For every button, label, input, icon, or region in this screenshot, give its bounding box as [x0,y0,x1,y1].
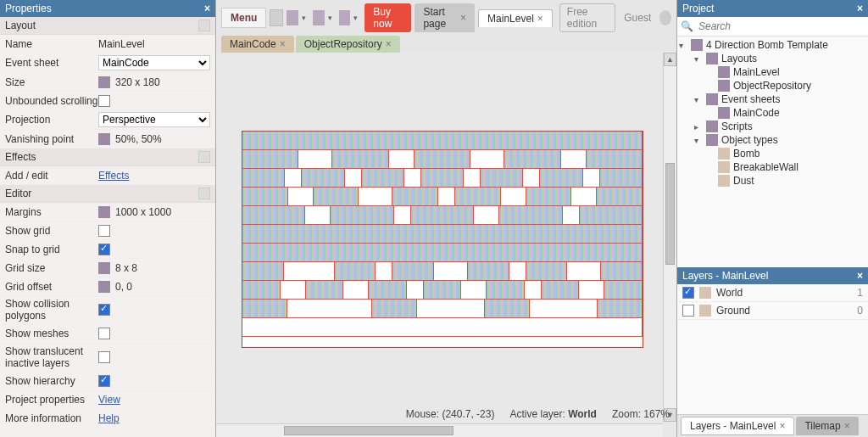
tree-objrepo[interactable]: ObjectRepository [677,79,868,92]
status-mouse-label: Mouse: [406,408,442,420]
prop-unbounded: Unbounded scrolling [0,92,215,110]
search-input[interactable] [697,19,865,34]
collapse-icon[interactable] [198,188,210,199]
tree-dust[interactable]: Dust [677,174,868,188]
effects-link[interactable]: Effects [98,170,129,182]
right-panels: Project × 🔍 ▾4 Direction Bomb Template ▾… [676,0,868,437]
prop-size: Size 320 x 180 [0,73,215,92]
top-toolbar: Menu ▾ ▾ ▾ Buy now Start page× MainLevel… [216,0,676,36]
section-editor[interactable]: Editor [0,185,215,203]
collapse-icon[interactable] [198,20,210,31]
horizontal-scrollbar[interactable] [216,423,663,437]
tab-layers[interactable]: Layers - MainLevel× [681,417,794,435]
hierarchy-checkbox[interactable] [98,375,110,387]
chevron-down-icon[interactable]: ▾ [694,54,703,64]
close-icon[interactable]: × [280,38,286,50]
tab-maincode[interactable]: MainCode× [221,36,294,53]
tree-bomb[interactable]: Bomb [677,147,868,160]
free-edition-badge[interactable]: Free edition [559,3,615,32]
close-icon[interactable]: × [537,13,543,25]
tab-tilemap[interactable]: Tilemap× [796,417,858,435]
layer-visible-checkbox[interactable] [682,287,694,299]
sheet-icon [718,107,730,119]
layer-world-index: 1 [857,287,863,299]
close-icon[interactable]: × [460,12,466,24]
snapgrid-checkbox[interactable] [98,244,110,255]
unbounded-checkbox[interactable] [98,95,110,107]
avatar[interactable] [659,10,671,25]
tab-startpage[interactable]: Start page× [415,3,475,32]
scrollbar-thumb[interactable] [665,163,675,265]
scroll-up-icon[interactable]: ▲ [664,53,676,66]
chevron-down-icon[interactable]: ▾ [302,14,306,22]
swatch-icon[interactable] [287,10,298,25]
prop-eventsheet-value[interactable]: MainCode [98,55,210,70]
color-swatch-icon[interactable] [98,76,110,88]
tree-maincode[interactable]: MainCode [677,106,868,120]
color-swatch-icon[interactable] [98,262,110,274]
chevron-down-icon[interactable]: ▾ [353,14,358,22]
close-icon[interactable]: × [857,270,863,282]
color-swatch-icon[interactable] [98,206,110,218]
help-link[interactable]: Help [98,412,120,424]
chevron-down-icon[interactable]: ▾ [328,14,332,22]
section-effects[interactable]: Effects [0,148,215,166]
object-icon [718,161,730,173]
prop-margins: Margins 1000 x 1000 [0,203,215,221]
color-swatch-icon[interactable] [98,281,110,293]
close-icon[interactable]: × [204,3,210,14]
prop-projection-value[interactable]: Perspective [98,112,210,127]
view-link[interactable]: View [98,394,120,406]
layout-canvas[interactable] [242,131,643,348]
close-icon[interactable]: × [844,420,850,432]
collision-checkbox[interactable] [98,304,110,316]
tab-objectrepository[interactable]: ObjectRepository× [296,36,400,53]
chevron-down-icon[interactable]: ▾ [694,136,703,145]
prop-eventsheet-label: Event sheet [5,57,98,69]
status-zoom-label: Zoom: [612,408,643,420]
layer-world[interactable]: World 1 [677,284,868,302]
translucent-checkbox[interactable] [98,351,110,363]
color-swatch-icon[interactable] [98,133,110,145]
layer-ground[interactable]: Ground 0 [677,302,868,320]
prop-size-value[interactable]: 320 x 180 [115,76,210,88]
prop-name-value[interactable]: MainLevel [98,38,210,50]
chevron-down-icon[interactable]: ▾ [679,41,687,50]
prop-margins-value[interactable]: 1000 x 1000 [115,206,210,218]
close-icon[interactable]: × [386,38,392,50]
tree-eventsheets[interactable]: ▾Event sheets [677,92,868,106]
collapse-icon[interactable] [198,151,210,163]
layer-visible-checkbox[interactable] [682,305,694,317]
layout-viewport[interactable]: ▲ ▼ Mouse: (240.7, -23) Active layer: Wo… [216,53,676,437]
swatch-icon[interactable] [339,10,351,25]
chevron-down-icon[interactable]: ▾ [694,95,703,104]
tree-mainlevel[interactable]: MainLevel [677,65,868,79]
swatch-icon[interactable] [313,10,325,25]
buy-now-button[interactable]: Buy now [364,3,411,32]
showgrid-checkbox[interactable] [98,225,110,237]
section-layout[interactable]: Layout [0,17,215,35]
status-bar: Mouse: (240.7, -23) Active layer: World … [406,408,670,420]
prop-gridoffset-value[interactable]: 0, 0 [115,281,210,293]
folder-icon [706,93,718,105]
layer-icon [699,287,711,299]
menu-button[interactable]: Menu [221,8,266,28]
tree-objecttypes[interactable]: ▾Object types [677,133,868,147]
tree-breakablewall[interactable]: BreakableWall [677,160,868,174]
toolbar-button[interactable] [270,9,283,26]
prop-meshes-label: Show meshes [5,328,98,339]
prop-vanishing-value[interactable]: 50%, 50% [115,133,210,145]
vertical-scrollbar[interactable]: ▲ ▼ [663,53,676,422]
project-tree[interactable]: ▾4 Direction Bomb Template ▾Layouts Main… [677,36,868,267]
prop-gridsize-value[interactable]: 8 x 8 [115,262,210,274]
tree-scripts[interactable]: ▸Scripts [677,120,868,133]
chevron-right-icon[interactable]: ▸ [694,122,703,132]
close-icon[interactable]: × [857,3,863,14]
tree-layouts[interactable]: ▾Layouts [677,52,868,65]
meshes-checkbox[interactable] [98,328,110,339]
scrollbar-thumb[interactable] [284,426,453,435]
tab-mainlevel[interactable]: MainLevel× [478,9,553,27]
close-icon[interactable]: × [779,420,785,432]
search-icon: 🔍 [681,20,693,32]
tree-root[interactable]: ▾4 Direction Bomb Template [677,38,868,52]
